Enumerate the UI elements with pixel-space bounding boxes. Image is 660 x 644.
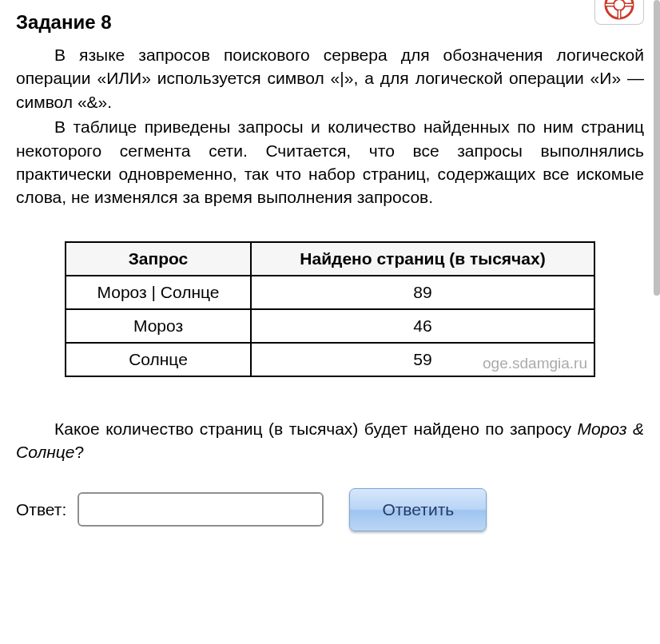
queries-table: Запрос Найдено страниц (в тысячах) Мороз… [65,241,595,377]
table-container: Запрос Найдено страниц (в тысячах) Мороз… [65,241,595,377]
table-cell-query: Мороз | Солнце [66,276,251,309]
answer-input[interactable] [78,492,324,527]
paragraph-2: В таблице приведены запросы и количество… [16,115,644,209]
table-row: Мороз | Солнце 89 [66,276,594,309]
scrollbar[interactable] [654,0,660,296]
question-end: ? [74,443,84,461]
paragraph-1: В языке запросов поискового сервера для … [16,43,644,113]
table-cell-query: Мороз [66,309,251,343]
table-cell-query: Солнце [66,343,251,376]
table-row: Солнце 59 [66,343,594,376]
svg-point-1 [614,0,625,10]
question-part1: Какое количество страниц (в тысячах) буд… [54,419,577,438]
help-button[interactable] [594,0,644,25]
answer-row: Ответ: Ответить [16,488,644,531]
submit-button[interactable]: Ответить [349,488,487,531]
table-cell-value: 89 [251,276,594,309]
table-header-query: Запрос [66,242,251,276]
task-title: Задание 8 [16,11,644,34]
question-text: Какое количество страниц (в тысячах) буд… [16,417,644,464]
answer-label: Ответ: [16,500,66,519]
lifebuoy-icon [603,0,635,21]
table-cell-value: 59 [251,343,594,376]
table-cell-value: 46 [251,309,594,343]
table-header-count: Найдено страниц (в тысячах) [251,242,594,276]
table-row: Мороз 46 [66,309,594,343]
